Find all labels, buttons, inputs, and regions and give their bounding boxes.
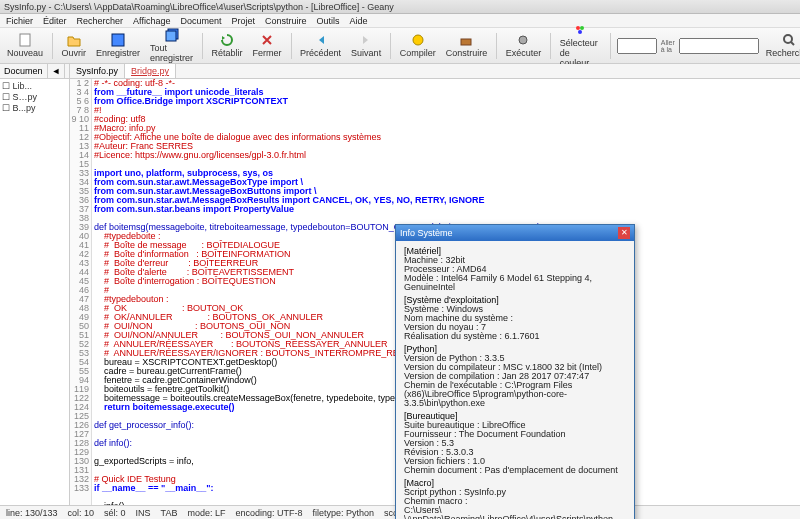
open-button[interactable]: Ouvrir (59, 32, 90, 59)
menu-rechercher[interactable]: Rechercher (77, 16, 124, 26)
menu-affichage[interactable]: Affichage (133, 16, 170, 26)
tree-item[interactable]: ☐ Lib... (2, 81, 67, 92)
revert-button[interactable]: Rétablir (209, 32, 246, 59)
svg-rect-1 (112, 34, 124, 46)
goto-label: Aller à la (661, 39, 675, 53)
gear-icon (516, 33, 530, 47)
info-dialog: Info Système ✕ [Matériel] Machine : 32bi… (395, 224, 635, 519)
close-icon (260, 33, 274, 47)
save-button[interactable]: Enregistrer (93, 32, 143, 59)
tree-item[interactable]: ☐ S…py (2, 92, 67, 103)
next-button[interactable]: Suivant (348, 32, 384, 59)
svg-point-7 (576, 26, 580, 30)
goto-line-input[interactable] (617, 38, 657, 54)
search-button[interactable]: Rechercher (763, 32, 800, 59)
build-button[interactable]: Construire (443, 32, 491, 59)
build-icon (459, 33, 473, 47)
geany-sidebar: Documen ◄ ► ☐ Lib... ☐ S…py ☐ B...py (0, 64, 70, 505)
menu-outils[interactable]: Outils (317, 16, 340, 26)
menu-fichier[interactable]: Fichier (6, 16, 33, 26)
close-button[interactable]: Fermer (250, 32, 285, 59)
file-tree: ☐ Lib... ☐ S…py ☐ B...py (0, 79, 69, 505)
search-input[interactable] (679, 38, 759, 54)
arrow-right-icon (359, 33, 373, 47)
svg-point-9 (578, 30, 582, 34)
folder-icon (67, 33, 81, 47)
svg-rect-3 (166, 31, 176, 41)
side-tab-prev[interactable]: ◄ (48, 64, 66, 78)
status-tab: TAB (161, 508, 178, 518)
geany-toolbar: Nouveau Ouvrir Enregistrer Tout enregist… (0, 28, 800, 64)
disks-icon (165, 28, 179, 42)
status-col: col: 10 (68, 508, 95, 518)
status-mode: mode: LF (187, 508, 225, 518)
line-gutter: 1 2 3 4 5 6 7 8 9 10 11 12 13 14 15 33 3… (70, 79, 92, 505)
geany-title: SysInfo.py - C:\Users\ \AppData\Roaming\… (4, 2, 394, 12)
dialog-title: Info Système (400, 228, 453, 238)
compile-button[interactable]: Compiler (397, 32, 439, 59)
dialog-body: [Matériel] Machine : 32bit Processeur : … (396, 241, 634, 519)
arrow-left-icon (314, 33, 328, 47)
geany-titlebar: SysInfo.py - C:\Users\ \AppData\Roaming\… (0, 0, 800, 14)
status-enc: encoding: UTF-8 (235, 508, 302, 518)
menu-editer[interactable]: Éditer (43, 16, 67, 26)
status-sel: sél: 0 (104, 508, 126, 518)
search-icon (782, 33, 796, 47)
dialog-titlebar[interactable]: Info Système ✕ (396, 225, 634, 241)
menu-projet[interactable]: Projet (231, 16, 255, 26)
editor-tab-bridge[interactable]: Bridge.py (125, 64, 176, 78)
svg-point-6 (519, 36, 527, 44)
compile-icon (411, 33, 425, 47)
color-button[interactable]: Sélecteur de couleur (557, 22, 605, 69)
palette-icon (573, 23, 587, 37)
revert-icon (220, 33, 234, 47)
svg-rect-0 (20, 34, 30, 46)
svg-point-4 (413, 35, 423, 45)
prev-button[interactable]: Précédent (297, 32, 344, 59)
status-ins: INS (136, 508, 151, 518)
tree-item[interactable]: ☐ B...py (2, 103, 67, 114)
svg-point-8 (580, 26, 584, 30)
file-icon (18, 33, 32, 47)
disk-icon (111, 33, 125, 47)
svg-point-10 (784, 35, 792, 43)
svg-rect-5 (461, 39, 471, 45)
status-line: line: 130/133 (6, 508, 58, 518)
new-button[interactable]: Nouveau (4, 32, 46, 59)
side-tab-documents[interactable]: Documen (0, 64, 48, 78)
menu-document[interactable]: Document (180, 16, 221, 26)
geany-menubar: Fichier Éditer Rechercher Affichage Docu… (0, 14, 800, 28)
menu-construire[interactable]: Construire (265, 16, 307, 26)
save-all-button[interactable]: Tout enregistrer (147, 27, 196, 64)
status-ft: filetype: Python (313, 508, 375, 518)
editor-tab-sysinfo[interactable]: SysInfo.py (70, 64, 125, 78)
dialog-close-button[interactable]: ✕ (618, 227, 630, 239)
menu-aide[interactable]: Aide (350, 16, 368, 26)
execute-button[interactable]: Exécuter (503, 32, 545, 59)
